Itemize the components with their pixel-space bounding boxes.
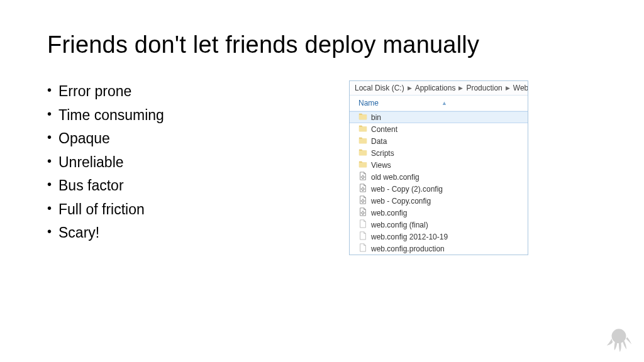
- folder-icon: [358, 124, 367, 134]
- bullet-item: Error prone: [47, 80, 311, 102]
- bullet-item: Opaque: [47, 128, 311, 150]
- breadcrumb-segment[interactable]: Applications: [415, 84, 456, 92]
- content-row: Error prone Time consuming Opaque Unreli…: [47, 80, 600, 255]
- folder-icon: [358, 148, 367, 158]
- file-list-item[interactable]: web - Copy (2).config: [350, 183, 528, 195]
- file-name: old web.config: [371, 173, 419, 182]
- breadcrumb[interactable]: Local Disk (C:) ▶ Applications ▶ Product…: [350, 81, 528, 96]
- config-icon: [358, 195, 367, 206]
- folder-icon: [358, 160, 367, 170]
- file-list-item[interactable]: Data: [350, 135, 528, 147]
- file-list-item[interactable]: Scripts: [350, 147, 528, 159]
- file-name: web.config (final): [371, 221, 428, 229]
- file-name: web.config: [371, 209, 407, 217]
- chevron-right-icon: ▶: [458, 85, 463, 91]
- bullet-item: Full of friction: [47, 199, 311, 221]
- sort-ascending-icon: ▲: [441, 100, 447, 106]
- file-icon: [358, 219, 367, 230]
- file-icon: [358, 231, 367, 242]
- file-list-item[interactable]: old web.config: [350, 171, 528, 183]
- svg-point-4: [612, 329, 626, 343]
- config-icon: [358, 184, 367, 194]
- file-list: binContentDataScriptsViewsold web.config…: [350, 111, 528, 255]
- file-name: web - Copy (2).config: [371, 185, 443, 194]
- breadcrumb-segment[interactable]: Production: [466, 84, 502, 92]
- file-name: Data: [371, 137, 387, 146]
- file-name: bin: [371, 113, 381, 122]
- file-list-item[interactable]: web.config (final): [350, 219, 528, 231]
- file-list-item[interactable]: web - Copy.config: [350, 195, 528, 207]
- file-name: web.config 2012-10-19: [371, 233, 448, 241]
- chevron-right-icon: ▶: [506, 85, 510, 91]
- file-list-item[interactable]: web.config 2012-10-19: [350, 231, 528, 243]
- folder-icon: [358, 112, 367, 123]
- file-name: web - Copy.config: [371, 197, 431, 206]
- file-list-item[interactable]: Views: [350, 159, 528, 171]
- file-name: Scripts: [371, 149, 394, 158]
- breadcrumb-segment[interactable]: Web: [513, 84, 528, 92]
- slide-title: Friends don't let friends deploy manuall…: [47, 31, 600, 58]
- bullet-item: Bus factor: [47, 175, 311, 197]
- breadcrumb-segment[interactable]: Local Disk (C:): [355, 84, 404, 92]
- chevron-right-icon: ▶: [408, 85, 412, 91]
- folder-icon: [358, 136, 367, 146]
- bullet-item: Scary!: [47, 222, 311, 244]
- file-list-item[interactable]: Content: [350, 123, 528, 135]
- slide: Friends don't let friends deploy manuall…: [0, 0, 644, 362]
- bullet-item: Time consuming: [47, 104, 311, 126]
- explorer-wrap: Local Disk (C:) ▶ Applications ▶ Product…: [330, 80, 600, 255]
- column-header-label: Name: [358, 99, 379, 107]
- config-icon: [358, 172, 367, 182]
- bullet-list: Error prone Time consuming Opaque Unreli…: [47, 80, 311, 246]
- column-header[interactable]: Name ▲: [350, 96, 528, 111]
- file-name: Views: [371, 161, 391, 170]
- file-name: Content: [371, 125, 397, 134]
- octopus-logo-icon: [605, 326, 633, 353]
- file-name: web.config.production: [371, 244, 445, 253]
- bullet-item: Unreliable: [47, 151, 311, 173]
- file-list-item[interactable]: web.config: [350, 207, 528, 219]
- file-icon: [358, 243, 367, 254]
- config-icon: [358, 207, 367, 218]
- file-explorer: Local Disk (C:) ▶ Applications ▶ Product…: [349, 80, 528, 255]
- file-list-item[interactable]: bin: [350, 111, 528, 123]
- file-list-item[interactable]: web.config.production: [350, 243, 528, 255]
